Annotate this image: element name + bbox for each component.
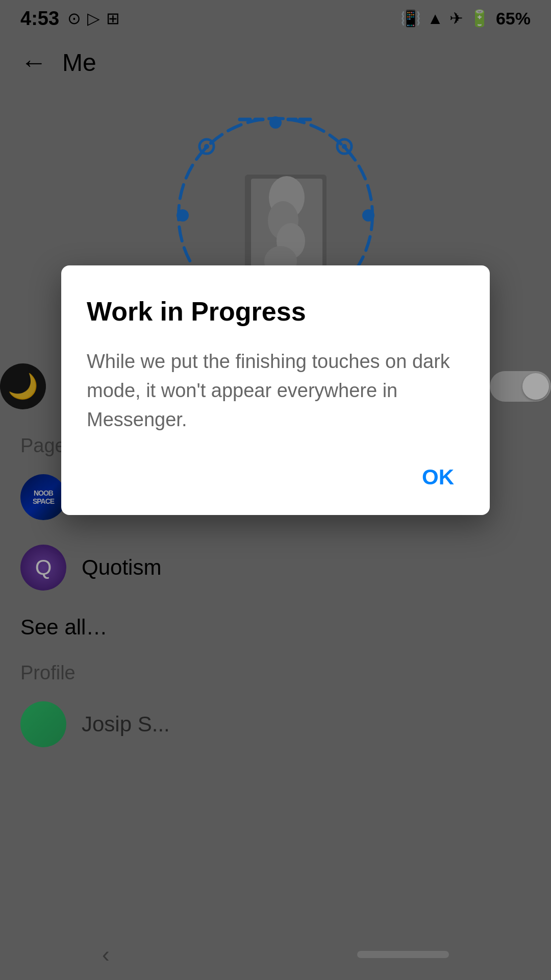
dialog-body: While we put the finishing touches on da… xyxy=(87,347,464,434)
dialog-actions: OK xyxy=(87,460,464,495)
work-in-progress-dialog: Work in Progress While we put the finish… xyxy=(61,265,490,515)
dialog-title: Work in Progress xyxy=(87,296,464,327)
ok-button[interactable]: OK xyxy=(412,460,464,495)
